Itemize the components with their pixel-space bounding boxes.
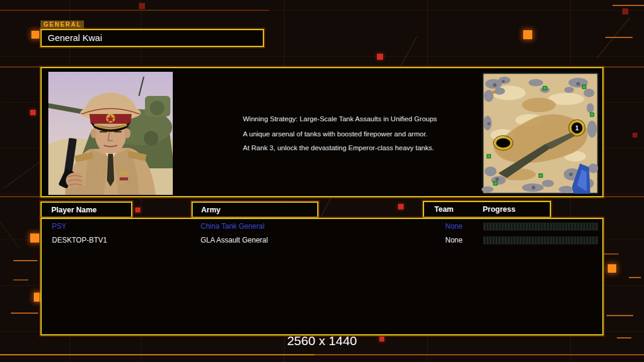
strategy-line-2: A unique arsenal of tanks with boosted f… <box>243 130 428 138</box>
accent-line <box>613 5 644 6</box>
general-info-panel: Winning Strategy: Large-Scale Tank Assau… <box>40 67 604 197</box>
accent-square <box>398 204 404 209</box>
map-start-marker-label: 1 <box>575 125 579 132</box>
header-player-name: Player Name <box>40 202 132 218</box>
resolution-label: 2560 x 1440 <box>0 334 644 348</box>
accent-square <box>633 133 637 138</box>
header-army: Army <box>192 202 318 218</box>
accent-square <box>30 110 36 115</box>
team-cell: None <box>445 236 463 244</box>
selected-general-box: General Kwai <box>40 29 264 47</box>
accent-square <box>139 3 145 9</box>
accent-line <box>629 277 641 278</box>
accent-square <box>622 8 628 14</box>
accent-line <box>0 10 269 11</box>
accent-line <box>0 354 314 355</box>
general-tab-label: GENERAL <box>40 21 84 29</box>
player-name-cell: DESKTOP-BTV1 <box>52 236 107 244</box>
accent-line <box>13 260 37 261</box>
accent-square <box>31 31 39 39</box>
selected-general-name: General Kwai <box>48 33 102 43</box>
accent-square <box>377 54 383 60</box>
loading-screen: GENERAL General Kwai <box>0 0 644 362</box>
header-team-label: Team <box>434 205 454 214</box>
accent-square <box>608 264 616 273</box>
accent-line <box>13 279 28 281</box>
team-cell: None <box>445 222 463 230</box>
map-preview: 1 <box>481 72 599 195</box>
accent-square <box>523 30 532 39</box>
header-player-name-label: Player Name <box>51 206 97 214</box>
accent-square <box>30 233 39 243</box>
army-cell: China Tank General <box>201 222 265 230</box>
accent-line <box>605 37 633 38</box>
header-army-label: Army <box>201 206 221 214</box>
progress-bar <box>483 237 598 244</box>
army-cell: GLA Assault General <box>201 236 268 244</box>
accent-line <box>604 66 644 68</box>
header-team-progress: Team Progress <box>423 201 551 218</box>
header-progress-label: Progress <box>483 205 515 214</box>
accent-square <box>135 208 140 212</box>
progress-bar <box>483 223 598 230</box>
accent-line <box>604 196 644 197</box>
accent-line <box>11 313 38 314</box>
strategy-line-1: Winning Strategy: Large-Scale Tank Assau… <box>243 115 437 122</box>
strategy-line-3: At Rank 3, unlock the devastating Empero… <box>243 144 434 151</box>
accent-line <box>607 315 633 316</box>
accent-line <box>0 66 40 68</box>
accent-line <box>0 196 40 197</box>
player-list-panel: PSY China Tank General None DESKTOP-BTV1… <box>40 218 604 335</box>
general-portrait <box>48 72 173 195</box>
player-name-cell: PSY <box>52 222 66 230</box>
